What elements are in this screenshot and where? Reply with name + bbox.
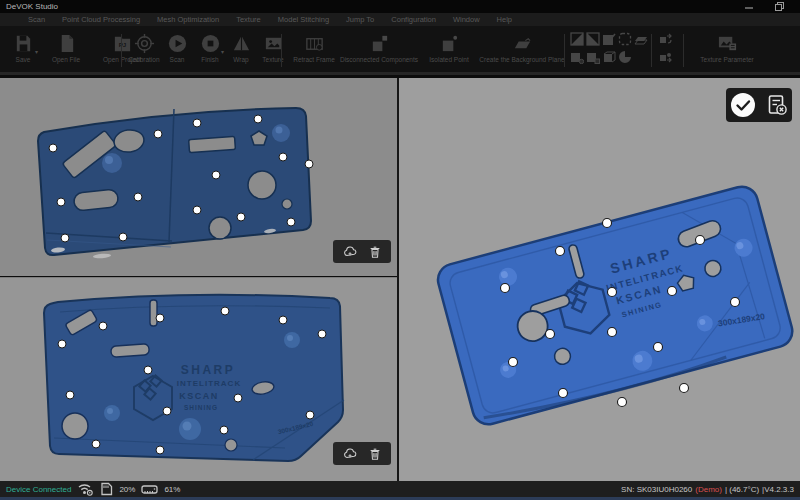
minimize-button[interactable] [738,0,760,13]
menu-scan[interactable]: Scan [28,15,45,24]
brush-select-icon[interactable] [602,32,616,46]
scan-button[interactable]: Scan [161,26,193,75]
menubar: Scan Point Cloud Processing Mesh Optimiz… [0,13,800,26]
save-icon [13,33,34,54]
scan-result-actions [726,88,792,122]
sd-usage: 20% [119,485,135,494]
wrap-icon [231,33,252,54]
texture-parameter-group: Texture Parameter [688,26,766,75]
isolated-point-button[interactable]: Isolated Point [418,26,480,75]
storage-icon [141,483,158,496]
isolated-point-icon [439,33,460,54]
finish-icon [200,33,221,54]
cloud-upload-icon[interactable] [343,447,357,461]
svg-text:SHARP: SHARP [181,363,236,377]
sd-card-icon [100,482,113,496]
disk-usage: 61% [164,485,180,494]
wrap-button[interactable]: Wrap [227,26,255,75]
scan-preview-panel-2[interactable]: SHARP INTELITRACK KSCAN SHINING 300x189x… [0,277,397,481]
disconnected-components-button[interactable]: Disconnected Components [340,26,418,75]
restore-icon [775,2,784,11]
svg-text:INTELITRACK: INTELITRACK [177,379,241,388]
transform-tools-group [659,33,672,64]
scan-group: Calibration Scan ▾ Finish [127,26,291,75]
save-dropdown-caret[interactable]: ▾ [35,48,38,55]
cube-select-icon[interactable] [602,50,616,64]
titlebar: DeVOK Studio [0,0,800,13]
main-plate: SHARP INTELITRACK KSCAN SHINING 300x189x… [399,78,800,481]
retract-frame-icon [304,33,325,54]
temperature: | (46.7°C) [725,485,759,494]
finish-button[interactable]: ▾ Finish [193,26,227,75]
edit-group: Retract Frame Disconnected Components Is… [288,26,564,75]
open-file-button[interactable]: Open File [42,26,90,75]
serial-number: SN: SK03IU0H0260 [621,485,692,494]
open-file-icon [56,33,77,54]
svg-text:KSCAN: KSCAN [179,391,219,401]
menu-configuration[interactable]: Configuration [391,15,436,24]
svg-text:SHINING: SHINING [184,404,218,411]
minimize-icon [745,3,753,11]
confirm-icon[interactable] [730,92,756,118]
device-status: Device Connected [6,485,71,494]
toolbar: ▾ Save Open File PJ Open Project [0,26,800,75]
selection-tools-group [570,32,650,68]
texture-button[interactable]: Texture [255,26,291,75]
trash-icon[interactable] [368,447,382,461]
menu-point-cloud-processing[interactable]: Point Cloud Processing [62,15,140,24]
plane-select-icon[interactable] [634,32,648,46]
registration-icon[interactable] [659,33,672,46]
scan-1-actions [333,240,391,263]
menu-jump-to[interactable]: Jump To [346,15,374,24]
scan-2-actions [333,442,391,465]
disconnected-components-icon [369,33,390,54]
finish-dropdown-caret[interactable]: ▾ [221,48,224,55]
create-background-plane-button[interactable]: Create the Background Plane [480,26,564,75]
background-plane-icon [512,33,533,54]
toolbar-divider [281,34,282,67]
demo-badge: (Demo) [695,485,722,494]
toolbar-divider [121,34,122,67]
menu-mesh-optimization[interactable]: Mesh Optimization [157,15,219,24]
version: |V4.2.3.3 [762,485,794,494]
alignment-icon[interactable] [659,51,672,64]
rect-select-icon[interactable] [570,32,584,46]
lasso-select-icon[interactable] [586,32,600,46]
menu-help[interactable]: Help [497,15,512,24]
discard-icon[interactable] [765,93,789,117]
svg-text:PJ: PJ [118,41,126,48]
cloud-upload-icon[interactable] [343,245,357,259]
trash-icon[interactable] [368,245,382,259]
menu-model-stitching[interactable]: Model Stitching [278,15,329,24]
devok-studio-window: DeVOK Studio Scan Point Cloud Processing… [0,0,800,500]
texture-parameter-icon [717,33,738,54]
sphere-select-icon[interactable] [618,50,632,64]
menu-texture[interactable]: Texture [236,15,261,24]
toolbar-divider [683,34,684,67]
restore-button[interactable] [768,0,790,13]
retract-frame-button[interactable]: Retract Frame [288,26,340,75]
wifi-icon [77,482,94,496]
select-remove-icon[interactable] [586,50,600,64]
statusbar: Device Connected 20% [0,481,800,497]
calibration-icon [134,33,155,54]
scan-preview-panel-1[interactable] [0,78,397,276]
save-button[interactable]: ▾ Save [4,26,42,75]
menu-window[interactable]: Window [453,15,480,24]
main-3d-view[interactable]: SHARP INTELITRACK KSCAN SHINING 300x189x… [399,78,800,481]
scan-icon [167,33,188,54]
select-add-icon[interactable] [570,50,584,64]
toolbar-divider [651,34,652,67]
calibration-button[interactable]: Calibration [127,26,161,75]
texture-parameter-button[interactable]: Texture Parameter [688,26,766,75]
app-title: DeVOK Studio [6,0,58,13]
dashed-select-icon[interactable] [618,32,632,46]
toolbar-divider [564,34,565,67]
